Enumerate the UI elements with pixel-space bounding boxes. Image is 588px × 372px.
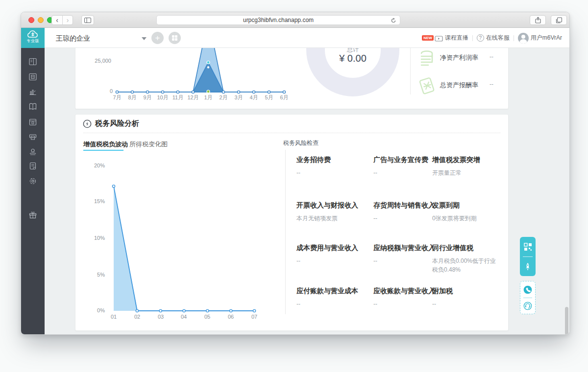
- metric-value: --: [490, 53, 493, 60]
- y-tick: 20%: [85, 163, 105, 168]
- section-title: 税务风险分析: [95, 119, 139, 128]
- x-tick: 02: [130, 314, 145, 320]
- risk-item: 开票收入与财报收入本月无销项发票: [296, 201, 370, 223]
- promotion-button[interactable]: [520, 256, 536, 276]
- sidebar-item-form-icon[interactable]: [29, 58, 37, 66]
- x-tick: 2月: [216, 94, 231, 101]
- risk-item: 发票到期0张发票将要到期: [432, 201, 506, 223]
- sidebar-item-books-icon[interactable]: [29, 103, 37, 111]
- metric-total-asset-return: 总资产报酬率 --: [417, 76, 506, 97]
- contact-group: [520, 281, 536, 314]
- url-field[interactable]: urpcg3hibfvn.chanapp.com: [156, 15, 400, 25]
- add-company-button[interactable]: +: [151, 32, 164, 44]
- phone-icon: [523, 285, 533, 295]
- nav-sidebar: [21, 48, 45, 335]
- profit-rate-icon: [417, 48, 436, 68]
- asset-return-icon: [417, 76, 437, 95]
- cloud-logo-icon: [27, 30, 39, 39]
- overview-card: 25,000 0 7月 8月 9月 10月 11月 12月 1月 2月 3月 4…: [75, 48, 509, 109]
- live-course-link[interactable]: NEW 课程直播: [422, 34, 468, 42]
- x-tick: 05: [200, 314, 215, 320]
- divider: [83, 133, 500, 133]
- floating-action-group: [520, 237, 536, 276]
- x-tick: 07: [247, 314, 262, 320]
- new-badge: NEW: [422, 35, 434, 41]
- username-label: 用户m6VrAr: [531, 34, 562, 42]
- x-tick: 6月: [277, 94, 292, 101]
- risk-item: 业务招待费--: [296, 156, 370, 177]
- sidebar-icon: [84, 18, 91, 23]
- forward-button[interactable]: ›: [62, 16, 73, 24]
- rocket-icon: [523, 262, 532, 271]
- live-course-label: 课程直播: [445, 34, 468, 42]
- app-logo[interactable]: 专业版: [21, 28, 45, 48]
- tab-vat-burden[interactable]: 增值税税负波动: [83, 140, 128, 149]
- x-tick: 9月: [140, 94, 155, 101]
- lightning-icon: [83, 119, 92, 128]
- sidebar-toggle-button[interactable]: [81, 15, 94, 25]
- risk-item: 应付账款与营业成本--: [296, 287, 370, 308]
- sidebar-item-documents-icon[interactable]: [29, 162, 37, 170]
- y-tick: 0%: [85, 307, 105, 313]
- back-button[interactable]: ‹: [52, 16, 62, 24]
- qr-grid-icon: [524, 243, 532, 251]
- phone-button[interactable]: [520, 281, 535, 298]
- risk-item: 增值税发票突增开票量正常: [432, 156, 506, 177]
- x-tick: 01: [106, 314, 121, 320]
- sidebar-item-calendar-icon[interactable]: [29, 118, 37, 126]
- company-dropdown-caret[interactable]: [142, 37, 147, 40]
- tabs-overview-icon: [556, 17, 562, 23]
- user-menu[interactable]: 用户m6VrAr: [518, 33, 562, 44]
- scrollbar-thumb[interactable]: [565, 307, 568, 335]
- x-tick: 03: [153, 314, 168, 320]
- user-avatar: [518, 33, 529, 44]
- metric-value: --: [490, 81, 493, 88]
- minimize-window-button[interactable]: [38, 17, 44, 23]
- sidebar-item-settings-icon[interactable]: [29, 177, 37, 185]
- help-icon: ?: [477, 34, 484, 42]
- customer-service-button[interactable]: [520, 298, 535, 314]
- y-tick: 25,000: [87, 58, 111, 64]
- edition-label: 专业版: [26, 38, 39, 44]
- x-tick: 5月: [262, 94, 276, 101]
- share-button[interactable]: [530, 15, 546, 25]
- close-window-button[interactable]: [28, 17, 34, 23]
- risk-item: 同行业增值税本月税负0.00%低于行业税负0.48%: [432, 244, 497, 274]
- main-content: 25,000 0 7月 8月 9月 10月 11月 12月 1月 2月 3月 4…: [45, 48, 569, 335]
- browser-window: ‹ › urpcg3hibfvn.chanapp.com: [21, 12, 570, 335]
- online-support-label: 在线客服: [486, 34, 510, 42]
- x-tick: 4月: [246, 94, 261, 101]
- online-support-link[interactable]: ? 在线客服: [477, 34, 510, 42]
- sidebar-item-gift-icon[interactable]: [29, 211, 37, 219]
- metric-label: 净资产利润率: [440, 53, 478, 62]
- risk-item: 附加税--: [432, 287, 506, 308]
- sidebar-item-invoice-icon[interactable]: [29, 133, 37, 141]
- sidebar-item-voucher-icon[interactable]: [29, 73, 37, 81]
- vat-burden-chart: [90, 159, 271, 320]
- y-tick: 5%: [85, 272, 105, 278]
- tab-income-tax[interactable]: 所得税变化图: [129, 140, 168, 149]
- apps-grid-button[interactable]: [169, 32, 181, 44]
- x-tick: 8月: [125, 94, 140, 101]
- x-tick: 3月: [231, 94, 246, 101]
- live-tv-icon: [435, 35, 443, 42]
- risk-panel-title: 税务风险检查: [283, 139, 318, 147]
- divider: [285, 150, 286, 314]
- sidebar-item-funds-icon[interactable]: [29, 148, 37, 156]
- y-tick: 0: [98, 88, 113, 94]
- company-name[interactable]: 王琼的企业: [56, 34, 90, 43]
- sidebar-item-reports-icon[interactable]: [29, 88, 37, 96]
- metric-net-profit-rate: 净资产利润率 --: [417, 48, 506, 70]
- donut-center-value: ¥ 0.00: [323, 53, 382, 64]
- browser-titlebar: ‹ › urpcg3hibfvn.chanapp.com: [21, 12, 569, 28]
- tax-risk-card: 税务风险分析 增值税税负波动 所得税变化图 20% 15% 10% 5% 0% …: [75, 114, 509, 331]
- y-tick: 10%: [85, 235, 105, 241]
- active-tab-underline: [83, 150, 123, 151]
- miniprogram-button[interactable]: [520, 237, 536, 256]
- reload-icon[interactable]: [391, 18, 396, 23]
- x-tick: 12月: [186, 94, 200, 101]
- risk-item: 成本费用与营业收入--: [296, 244, 370, 265]
- show-tabs-button[interactable]: [551, 15, 567, 25]
- x-tick: 06: [223, 314, 238, 320]
- x-tick: 7月: [110, 94, 124, 101]
